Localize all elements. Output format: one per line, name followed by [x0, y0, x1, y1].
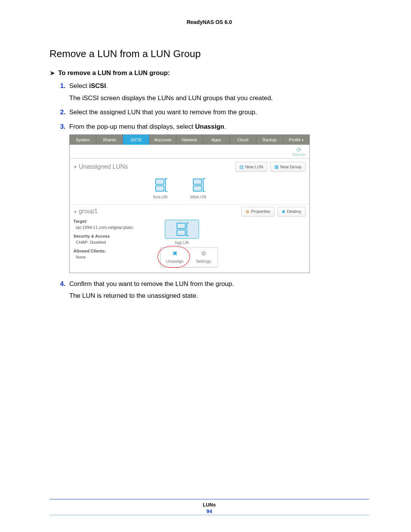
menu-label: Settings [196, 259, 211, 264]
lun-biglun[interactable]: bigLUN [165, 220, 199, 246]
step-number: 4. [60, 279, 65, 289]
new-group-button[interactable]: ▦ New Group [270, 162, 306, 172]
security-label: Security & Access [73, 233, 150, 240]
step-3: 3. From the pop-up menu that displays, s… [60, 122, 369, 273]
step-number: 1. [60, 81, 65, 91]
settings-menu-item[interactable]: ⚙ Settings [190, 248, 218, 267]
step-text: From the pop-up menu that displays, sele… [69, 123, 195, 130]
nav-tabs: System Shares iSCSI Accounts Network App… [70, 135, 309, 145]
step-bold: iSCSI [89, 82, 106, 89]
step-1: 1. Select iSCSI. The iSCSI screen displa… [60, 81, 369, 103]
procedure-intro: ➤ To remove a LUN from a LUN group: [49, 69, 369, 77]
tab-profile[interactable]: Profile [283, 135, 309, 145]
tab-apps[interactable]: Apps [203, 135, 230, 145]
refresh-icon: ⟳ [292, 147, 306, 153]
tab-backup[interactable]: Backup [256, 135, 283, 145]
clients-label: Allowed Clients: [73, 248, 150, 254]
step-number: 3. [60, 122, 65, 132]
step-after: The LUN is returned to the unassigned st… [69, 291, 369, 301]
settings-icon: ⚙ [190, 249, 218, 258]
target-label: Target: [73, 218, 150, 225]
screenshot: System Shares iSCSI Accounts Network App… [69, 134, 310, 273]
group-panel: ▼group1 Target: iqn.1994-11.com.netgear:… [70, 204, 309, 273]
procedure-text: To remove a LUN from a LUN group: [58, 69, 170, 77]
properties-button[interactable]: ⚙ Properties [241, 207, 274, 217]
destroy-button[interactable]: ✖ Destroy [277, 207, 306, 217]
menu-label: Unassign [166, 259, 183, 264]
footer-section: LUNs [203, 502, 216, 508]
lun-funlun[interactable]: funLUN [153, 177, 167, 200]
step-after: The iSCSI screen displays the LUNs and L… [69, 93, 369, 103]
lun-icon: ▤ [239, 163, 244, 170]
lun-label: bigLUN [175, 240, 189, 245]
clients-value: None [73, 254, 150, 260]
lun-littlelun[interactable]: littleLUN [190, 177, 206, 200]
unassigned-header: ▼ Unassigned LUNs ▤ New LUN ▦ New Group [70, 158, 309, 175]
refresh-button[interactable]: ⟳ Refresh [292, 147, 306, 156]
lun-label: funLUN [153, 195, 167, 199]
tab-cloud[interactable]: Cloud [230, 135, 256, 145]
caret-down-icon[interactable]: ▼ [73, 210, 77, 214]
tab-shares[interactable]: Shares [96, 135, 123, 145]
step-text: Select the assigned LUN that you want to… [69, 107, 369, 117]
unassigned-luns: funLUN littleLUN [70, 175, 309, 204]
step-2: 2. Select the assigned LUN that you want… [60, 107, 369, 117]
tab-network[interactable]: Network [176, 135, 203, 145]
group-icon: ▦ [274, 163, 279, 170]
section-title: Remove a LUN from a LUN Group [49, 48, 369, 60]
unassign-icon: ✖ [161, 249, 189, 258]
unassigned-title: Unassigned LUNs [79, 162, 232, 171]
step-bold: Unassign [195, 123, 225, 130]
step-number: 2. [60, 107, 65, 117]
unassign-menu-item[interactable]: ✖ Unassign [161, 248, 190, 267]
gear-icon: ⚙ [245, 208, 250, 215]
destroy-icon: ✖ [282, 208, 285, 215]
btn-label: New LUN [245, 164, 263, 170]
btn-label: Destroy [287, 208, 301, 215]
btn-label: Properties [251, 208, 270, 215]
tab-iscsi[interactable]: iSCSI [123, 135, 150, 145]
target-value: iqn.1994-11.com.netgear:pluto: [73, 224, 150, 231]
group-info: ▼group1 Target: iqn.1994-11.com.netgear:… [70, 204, 153, 273]
new-lun-button[interactable]: ▤ New LUN [235, 162, 267, 172]
step-text: . [106, 82, 108, 89]
lun-label: littleLUN [190, 195, 206, 199]
step-text: . [224, 123, 226, 130]
group-name: group1 [79, 208, 98, 214]
caret-down-icon[interactable]: ▼ [73, 164, 77, 170]
tab-system[interactable]: System [70, 135, 96, 145]
btn-label: New Group [280, 164, 301, 170]
refresh-label: Refresh [292, 153, 306, 157]
step-4: 4. Confirm that you want to remove the L… [60, 279, 369, 301]
doc-header: ReadyNAS OS 6.0 [49, 19, 369, 25]
tab-accounts[interactable]: Accounts [150, 135, 176, 145]
context-popup: ✖ Unassign ⚙ Settings [160, 247, 218, 267]
step-text: Confirm that you want to remove the LUN … [69, 280, 234, 288]
triangle-icon: ➤ [49, 69, 55, 77]
security-value: CHAP: Disabled [73, 239, 150, 246]
footer-page-number: 94 [49, 508, 369, 514]
page-footer: LUNs 94 [49, 499, 369, 515]
step-text: Select [69, 82, 89, 89]
